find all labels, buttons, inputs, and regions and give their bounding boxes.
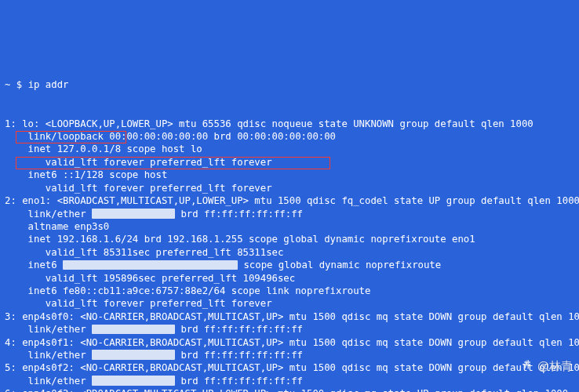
output-line: 5: enp4s0f2: <NO-CARRIER,BROADCAST,MULTI… xyxy=(5,361,579,374)
output-line: link/ether brd ff:ff:ff:ff:ff:ff xyxy=(5,349,579,361)
zhihu-icon xyxy=(508,346,534,387)
output-line: inet6 ::1/128 scope host xyxy=(5,169,579,181)
output-line: valid_lft forever preferred_lft forever xyxy=(5,182,579,194)
output-line: valid_lft 195896sec preferred_lft 109496… xyxy=(5,272,579,285)
output-line: 1: lo: <LOOPBACK,UP,LOWER_UP> mtu 65536 … xyxy=(5,118,579,130)
prompt-line[interactable]: ~ $ ip addr xyxy=(5,78,579,91)
redacted-block xyxy=(92,325,175,335)
output-line: valid_lft forever preferred_lft forever xyxy=(5,297,579,310)
output-line: 2: eno1: <BROADCAST,MULTICAST,UP,LOWER_U… xyxy=(5,194,579,207)
prompt-symbol: ~ $ xyxy=(5,79,28,90)
output-line: inet 192.168.1.6/24 brd 192.168.1.255 sc… xyxy=(5,233,579,245)
output-line: 4: enp4s0f1: <NO-CARRIER,BROADCAST,MULTI… xyxy=(5,336,579,349)
output-line: inet6 fe80::cb11:a9ce:6757:88e2/64 scope… xyxy=(5,285,579,297)
command-output: 1: lo: <LOOPBACK,UP,LOWER_UP> mtu 65536 … xyxy=(5,118,579,392)
output-line: link/ether brd ff:ff:ff:ff:ff:ff xyxy=(5,208,579,220)
command-text: ip addr xyxy=(28,79,69,90)
watermark-text: @林青 xyxy=(537,360,573,372)
output-line: inet6 scope global dynamic noprefixroute xyxy=(5,259,579,271)
output-line: link/ether brd ff:ff:ff:ff:ff:ff xyxy=(5,375,579,387)
output-line: 6: enp4s0f3: <BROADCAST,MULTICAST,UP,LOW… xyxy=(5,387,579,392)
terminal-output: ~ $ ip addr 1: lo: <LOOPBACK,UP,LOWER_UP… xyxy=(0,52,579,392)
output-line: 3: enp4s0f0: <NO-CARRIER,BROADCAST,MULTI… xyxy=(5,310,579,323)
output-line: valid_lft 85311sec preferred_lft 85311se… xyxy=(5,246,579,259)
output-line: link/ether brd ff:ff:ff:ff:ff:ff xyxy=(5,323,579,336)
redacted-block xyxy=(63,260,238,270)
zhihu-watermark: @林青 xyxy=(508,346,573,387)
output-line: altname enp3s0 xyxy=(5,220,579,233)
output-line: inet 127.0.0.1/8 scope host lo xyxy=(5,143,579,155)
output-line: link/loopback 00:00:00:00:00:00 brd 00:0… xyxy=(5,130,579,143)
output-line: valid_lft forever preferred_lft forever xyxy=(5,156,579,169)
redacted-block xyxy=(92,350,175,360)
redacted-block xyxy=(92,209,175,219)
redacted-block xyxy=(92,376,175,386)
